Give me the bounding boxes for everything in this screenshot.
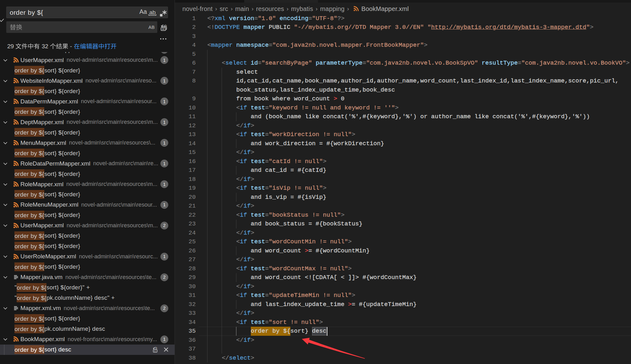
svg-text:c: c: [154, 349, 156, 352]
svg-text:ac: ac: [162, 27, 165, 30]
svg-text:ab: ab: [149, 9, 156, 16]
